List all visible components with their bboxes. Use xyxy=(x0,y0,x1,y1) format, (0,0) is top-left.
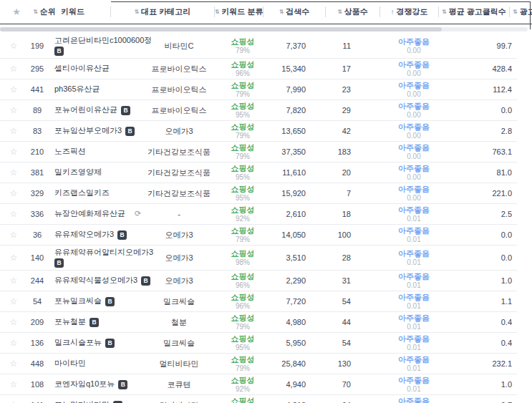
keyword-type-percent: 79% xyxy=(222,323,263,331)
keyword-cell[interactable]: 포뉴철분B xyxy=(47,317,136,327)
keyword-type-percent: 98% xyxy=(222,258,263,267)
keyword-cell[interactable]: 유유제약퓨어알티지오메가3B xyxy=(47,248,136,268)
header-avg-ad-clicks[interactable]: 평균 광고클릭수 xyxy=(439,6,510,17)
competition-value: 0.01 xyxy=(364,323,464,331)
keyword-text[interactable]: ph365유산균 xyxy=(54,84,100,93)
keyword-text[interactable]: 유유제약오메가3 xyxy=(54,230,114,238)
header-ad[interactable]: 광고 xyxy=(510,6,532,17)
keyword-text[interactable]: 포뉴임산부오메가3 xyxy=(54,126,122,135)
keyword-text[interactable]: 포뉴멀티비타민 xyxy=(54,400,110,403)
star-outline-icon[interactable] xyxy=(10,64,18,74)
star-outline-icon[interactable] xyxy=(10,105,18,115)
keyword-text[interactable]: 뉴장안예화제유산균 xyxy=(54,209,125,218)
avg-ad-clicks-cell: 0.4 xyxy=(464,339,517,347)
star-outline-icon[interactable] xyxy=(10,296,18,306)
keyword-text[interactable]: 포뉴어린이유산균 xyxy=(54,105,117,114)
star-outline-icon[interactable] xyxy=(10,359,18,369)
keyword-type-label: 쇼핑성 xyxy=(222,376,263,385)
keyword-cell[interactable]: ph365유산균 xyxy=(47,84,136,94)
competition-label: 아주좋음 xyxy=(364,272,464,281)
star-outline-icon[interactable] xyxy=(10,230,18,240)
keyword-cell[interactable]: 셀티아이유산균 xyxy=(47,64,136,74)
search-volume-cell: 15,340 xyxy=(263,64,311,73)
competition-label: 아주좋음 xyxy=(364,185,464,194)
star-outline-icon[interactable] xyxy=(10,253,18,263)
star-outline-icon[interactable] xyxy=(10,126,18,136)
star-outline-icon[interactable] xyxy=(10,400,18,403)
keyword-cell[interactable]: 포뉴임산부오메가3B xyxy=(47,126,136,136)
keyword-cell[interactable]: 마이타민 xyxy=(47,359,136,369)
star-outline-icon[interactable] xyxy=(10,338,18,348)
keyword-cell[interactable]: 고려은단비타민c1000600정B xyxy=(47,36,136,57)
keyword-type-percent: 95% xyxy=(222,111,263,120)
keyword-cell[interactable]: 밀키즈영양제 xyxy=(47,167,136,178)
star-outline-icon[interactable] xyxy=(10,167,18,178)
keyword-cell[interactable]: 유유제약오메가3B xyxy=(47,230,136,240)
header-rank[interactable]: 순위 xyxy=(33,6,56,17)
header-competition[interactable]: 경쟁강도 xyxy=(380,6,439,17)
star-outline-icon[interactable] xyxy=(10,84,18,94)
sort-icon xyxy=(215,9,220,15)
keyword-text[interactable]: 포뉴철분 xyxy=(54,317,86,326)
keyword-text[interactable]: 코엔자임q10포뉴 xyxy=(54,379,115,388)
keyword-cell[interactable]: 키즈랩스밀키즈 xyxy=(47,188,136,198)
scrollbar-thumb[interactable] xyxy=(0,27,442,31)
keyword-type-percent: 79% xyxy=(222,364,263,373)
header-search-volume[interactable]: 검색수 xyxy=(263,6,326,17)
category-cell: 밀크씨슬 xyxy=(136,296,222,307)
keyword-type-cell: 쇼핑성 95% xyxy=(222,102,263,119)
keyword-cell[interactable]: 포뉴밀크씨슬B xyxy=(47,296,136,306)
search-volume-cell: 4,940 xyxy=(263,380,311,389)
star-outline-icon[interactable] xyxy=(10,188,18,198)
keyword-text[interactable]: 포뉴밀크씨슬 xyxy=(54,296,102,305)
category-cell: 코큐텐 xyxy=(136,379,222,390)
keyword-text[interactable]: 밀크시슬포뉴 xyxy=(54,338,102,346)
star-outline-icon[interactable] xyxy=(10,147,18,157)
keyword-cell[interactable]: 노즈픽션 xyxy=(47,147,136,157)
competition-label: 아주좋음 xyxy=(364,164,464,173)
keyword-cell[interactable]: 포뉴어린이유산균B xyxy=(47,105,136,115)
keyword-cell[interactable]: 포뉴멀티비타민B xyxy=(47,400,136,403)
keyword-cell[interactable]: 유유제약식물성오메가3B xyxy=(47,276,136,286)
keyword-text[interactable]: 유유제약식물성오메가3 xyxy=(54,276,137,284)
header-favorite[interactable] xyxy=(0,6,33,17)
header-keyword-type[interactable]: 키워드 분류 xyxy=(215,6,263,17)
header-keyword-label: 키워드 xyxy=(61,6,84,17)
header-category[interactable]: 대표 카테고리 xyxy=(111,6,215,17)
table-row: 295 셀티아이유산균 프로바이오틱스 쇼핑성 96% 15,340 17 아주… xyxy=(0,59,517,79)
header-keyword[interactable]: 키워드 xyxy=(56,6,111,17)
keyword-type-label: 쇼핑성 xyxy=(222,37,263,47)
keyword-text[interactable]: 노즈픽션 xyxy=(54,147,86,155)
competition-cell: 아주좋음 0.00 xyxy=(364,143,464,160)
star-outline-icon[interactable] xyxy=(10,209,18,219)
star-outline-icon[interactable] xyxy=(10,41,18,51)
header-product-count[interactable]: 상품수 xyxy=(326,6,380,17)
keyword-text[interactable]: 밀키즈영양제 xyxy=(54,167,102,176)
category-cell: 오메가3 xyxy=(136,276,222,286)
competition-cell: 아주좋음 0.00 xyxy=(364,81,464,98)
keyword-cell[interactable]: 뉴장안예화제유산균 xyxy=(47,209,136,219)
table-row: 83 포뉴임산부오메가3B 오메가3 쇼핑성 79% 13,650 42 아주좋… xyxy=(0,121,517,142)
keyword-cell[interactable]: 밀크시슬포뉴B xyxy=(47,338,136,348)
star-outline-icon[interactable] xyxy=(10,379,18,389)
sort-icon xyxy=(442,9,447,15)
avg-ad-clicks-cell: 428.4 xyxy=(464,64,517,73)
star-outline-icon[interactable] xyxy=(10,317,18,327)
favorite-cell xyxy=(0,127,27,135)
sort-icon xyxy=(279,9,284,15)
rank-cell: 140 xyxy=(27,253,47,262)
competition-label: 아주좋음 xyxy=(364,334,464,344)
keyword-type-label: 쇼핑성 xyxy=(222,143,263,152)
keyword-cell[interactable]: 코엔자임q10포뉴B xyxy=(47,379,136,389)
favorite-cell xyxy=(0,210,27,218)
keyword-text[interactable]: 셀티아이유산균 xyxy=(54,64,110,72)
keyword-text[interactable]: 키즈랩스밀키즈 xyxy=(54,188,110,197)
keyword-text[interactable]: 마이타민 xyxy=(54,359,86,367)
star-outline-icon[interactable] xyxy=(10,276,18,286)
rank-cell: 83 xyxy=(27,127,47,135)
competition-value: 0.01 xyxy=(364,302,464,311)
keyword-table-page: 순위 키워드 대표 카테고리 키워드 분류 검색수 상품수 경쟁강도 평균 광고… xyxy=(0,0,532,403)
category-cell: 프로바이오틱스 xyxy=(136,105,222,116)
horizontal-scrollbar[interactable] xyxy=(0,27,528,31)
header-product-count-label: 상품수 xyxy=(344,6,368,17)
